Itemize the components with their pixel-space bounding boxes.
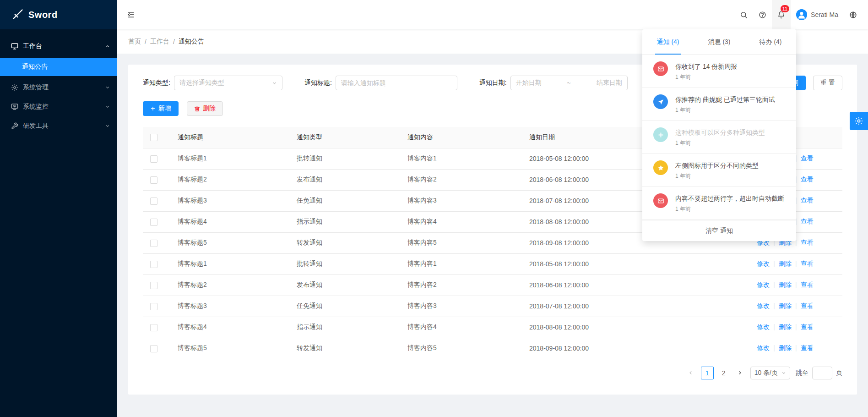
- row-action-edit[interactable]: 修改: [757, 344, 770, 351]
- action-divider: |: [773, 323, 775, 330]
- row-action-view[interactable]: 查看: [801, 154, 814, 162]
- row-checkbox[interactable]: [150, 219, 157, 226]
- cell-type: 发布通知: [289, 274, 400, 296]
- breadcrumb-item[interactable]: 首页: [128, 38, 141, 46]
- user-menu[interactable]: Serati Ma: [791, 0, 844, 29]
- cell-type: 指示通知: [289, 211, 400, 232]
- row-action-view[interactable]: 查看: [801, 281, 814, 288]
- reset-button[interactable]: 重 置: [813, 76, 842, 90]
- row-action-view[interactable]: 查看: [801, 239, 814, 246]
- row-checkbox[interactable]: [150, 303, 157, 310]
- row-action-view[interactable]: 查看: [801, 323, 814, 330]
- row-action-view[interactable]: 查看: [801, 260, 814, 267]
- language-globe-icon[interactable]: [844, 0, 863, 29]
- notification-item[interactable]: 你收到了 14 份新周报1 年前: [642, 55, 796, 88]
- next-page-icon[interactable]: [734, 367, 747, 379]
- notification-item[interactable]: 内容不要超过两行字，超出时自动截断1 年前: [642, 187, 796, 220]
- notice-title-input[interactable]: [336, 76, 457, 90]
- sidebar-item-dev-tools[interactable]: 研发工具: [0, 116, 117, 136]
- notification-title: 内容不要超过两行字，超出时自动截断: [675, 193, 784, 203]
- breadcrumb-separator: /: [173, 38, 175, 45]
- app-title: Sword: [28, 10, 58, 20]
- sidebar-item-system-monitor[interactable]: 系统监控: [0, 97, 117, 116]
- search-icon[interactable]: [734, 0, 753, 29]
- notification-time: 1 年前: [675, 172, 759, 180]
- sidebar-item-label: 工作台: [23, 42, 42, 50]
- trash-icon: [194, 106, 200, 112]
- row-checkbox[interactable]: [150, 176, 157, 184]
- notification-item[interactable]: 左侧图标用于区分不同的类型1 年前: [642, 154, 796, 187]
- row-checkbox[interactable]: [150, 198, 157, 205]
- row-action-view[interactable]: 查看: [801, 197, 814, 204]
- cell-date: 2018-07-08 12:00:00: [522, 296, 728, 317]
- action-divider: |: [795, 281, 797, 288]
- theme-settings-button[interactable]: [850, 112, 868, 130]
- row-action-view[interactable]: 查看: [801, 218, 814, 225]
- notice-type-select[interactable]: 请选择通知类型: [174, 76, 282, 90]
- action-divider: |: [795, 344, 797, 351]
- add-button[interactable]: 新增: [143, 101, 179, 116]
- help-icon[interactable]: [753, 0, 772, 29]
- page-size-select[interactable]: 10 条/页: [750, 367, 790, 379]
- row-checkbox[interactable]: [150, 324, 157, 331]
- sidebar-item-workbench[interactable]: 工作台: [0, 37, 117, 56]
- select-all-checkbox[interactable]: [150, 134, 157, 141]
- cell-content: 博客内容1: [400, 253, 522, 274]
- page-size-label: 10 条/页: [754, 369, 778, 377]
- sidebar-item-notice[interactable]: 通知公告: [0, 58, 117, 76]
- date-range-picker[interactable]: 开始日期 ~ 结束日期: [510, 76, 628, 90]
- page-number-2[interactable]: 2: [717, 367, 730, 379]
- row-action-edit[interactable]: 修改: [757, 323, 770, 330]
- notification-bell-icon[interactable]: 11: [772, 0, 791, 29]
- select-placeholder: 请选择通知类型: [179, 79, 224, 87]
- row-checkbox[interactable]: [150, 155, 157, 163]
- cell-title: 博客标题5: [170, 338, 289, 359]
- action-divider: |: [795, 323, 797, 330]
- notice-tab[interactable]: 通知 (4): [642, 29, 694, 55]
- app-logo[interactable]: Sword: [0, 0, 117, 29]
- row-action-edit[interactable]: 修改: [757, 260, 770, 267]
- row-action-delete[interactable]: 删除: [779, 344, 792, 351]
- notification-dropdown: 通知 (4)消息 (3)待办 (4) 你收到了 14 份新周报1 年前你推荐的 …: [642, 29, 796, 241]
- cell-title: 博客标题4: [170, 211, 289, 232]
- chevron-down-icon: [105, 85, 110, 90]
- row-action-delete[interactable]: 删除: [779, 302, 792, 309]
- row-checkbox[interactable]: [150, 282, 157, 289]
- cell-content: 博客内容1: [400, 148, 522, 169]
- row-action-edit[interactable]: 修改: [757, 281, 770, 288]
- sidebar-item-system-management[interactable]: 系统管理: [0, 78, 117, 97]
- breadcrumb-item[interactable]: 工作台: [150, 38, 169, 46]
- notification-item[interactable]: 你推荐的 曲妮妮 已通过第三轮面试1 年前: [642, 88, 796, 121]
- submenu-item-label: 通知公告: [22, 63, 48, 71]
- notice-tab[interactable]: 待办 (4): [745, 29, 796, 55]
- row-checkbox[interactable]: [150, 240, 157, 247]
- cell-date: 2018-06-08 12:00:00: [522, 274, 728, 296]
- row-action-delete[interactable]: 删除: [779, 281, 792, 288]
- notice-tab[interactable]: 消息 (3): [694, 29, 745, 55]
- cell-title: 博客标题4: [170, 317, 289, 338]
- menu-fold-icon[interactable]: [117, 0, 145, 29]
- row-action-view[interactable]: 查看: [801, 302, 814, 309]
- row-action-edit[interactable]: 修改: [757, 302, 770, 309]
- sidebar: Sword 工作台 通知公告 系统管理: [0, 0, 117, 417]
- cell-type: 转发通知: [289, 232, 400, 253]
- row-checkbox[interactable]: [150, 261, 157, 268]
- cell-content: 博客内容4: [400, 317, 522, 338]
- notification-item[interactable]: 这种模板可以区分多种通知类型1 年前: [642, 121, 796, 154]
- delete-button[interactable]: 删除: [187, 101, 223, 116]
- notice-list: 你收到了 14 份新周报1 年前你推荐的 曲妮妮 已通过第三轮面试1 年前这种模…: [642, 55, 796, 220]
- row-checkbox[interactable]: [150, 345, 157, 352]
- clear-notifications-button[interactable]: 清空 通知: [642, 220, 796, 241]
- row-action-delete[interactable]: 删除: [779, 260, 792, 267]
- cell-date: 2018-08-08 12:00:00: [522, 317, 728, 338]
- cell-title: 博客标题3: [170, 296, 289, 317]
- prev-page-icon[interactable]: [684, 367, 697, 379]
- row-action-view[interactable]: 查看: [801, 176, 814, 183]
- notification-time: 1 年前: [675, 106, 775, 114]
- cell-title: 博客标题1: [170, 253, 289, 274]
- row-action-delete[interactable]: 删除: [779, 323, 792, 330]
- cell-type: 发布通知: [289, 169, 400, 190]
- row-action-view[interactable]: 查看: [801, 344, 814, 351]
- jump-page-input[interactable]: [812, 367, 832, 379]
- page-number-1[interactable]: 1: [701, 367, 714, 379]
